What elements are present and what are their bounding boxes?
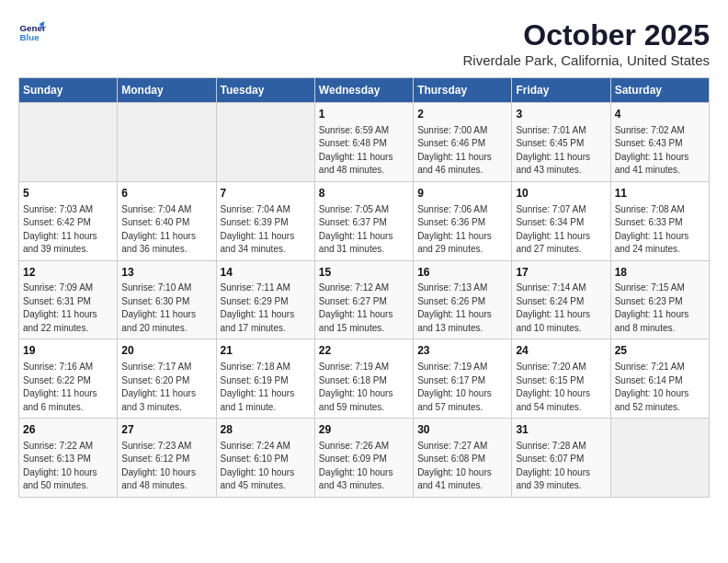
calendar-cell: 3Sunrise: 7:01 AM Sunset: 6:45 PM Daylig… — [512, 103, 610, 182]
day-info: Sunrise: 7:21 AM Sunset: 6:14 PM Dayligh… — [615, 361, 705, 414]
calendar-cell — [118, 103, 216, 182]
day-number: 31 — [516, 422, 606, 438]
day-number: 14 — [221, 265, 311, 281]
day-number: 18 — [615, 265, 705, 281]
month-title: October 2025 — [463, 18, 710, 52]
calendar-table: SundayMondayTuesdayWednesdayThursdayFrid… — [18, 77, 710, 498]
day-number: 19 — [23, 343, 113, 359]
day-info: Sunrise: 7:15 AM Sunset: 6:23 PM Dayligh… — [615, 282, 705, 335]
day-number: 4 — [615, 107, 705, 122]
logo: General Blue — [18, 18, 46, 46]
day-info: Sunrise: 7:06 AM Sunset: 6:36 PM Dayligh… — [417, 203, 507, 257]
day-number: 9 — [417, 186, 507, 201]
weekday-header-tuesday: Tuesday — [216, 78, 314, 103]
day-info: Sunrise: 7:09 AM Sunset: 6:31 PM Dayligh… — [23, 282, 113, 335]
calendar-cell — [610, 419, 709, 498]
calendar-cell: 22Sunrise: 7:19 AM Sunset: 6:18 PM Dayli… — [314, 339, 413, 419]
day-info: Sunrise: 7:03 AM Sunset: 6:42 PM Dayligh… — [23, 203, 113, 257]
header: General Blue October 2025 Riverdale Park… — [18, 18, 710, 68]
calendar-cell: 20Sunrise: 7:17 AM Sunset: 6:20 PM Dayli… — [118, 339, 216, 419]
day-number: 2 — [417, 107, 507, 122]
calendar-week-row: 19Sunrise: 7:16 AM Sunset: 6:22 PM Dayli… — [19, 339, 710, 419]
day-info: Sunrise: 7:07 AM Sunset: 6:34 PM Dayligh… — [516, 203, 606, 257]
day-number: 20 — [121, 343, 211, 359]
calendar-week-row: 5Sunrise: 7:03 AM Sunset: 6:42 PM Daylig… — [19, 181, 710, 260]
calendar-cell: 15Sunrise: 7:12 AM Sunset: 6:27 PM Dayli… — [314, 260, 413, 339]
calendar-week-row: 12Sunrise: 7:09 AM Sunset: 6:31 PM Dayli… — [19, 260, 710, 339]
day-number: 12 — [23, 265, 113, 281]
day-info: Sunrise: 7:10 AM Sunset: 6:30 PM Dayligh… — [121, 282, 211, 335]
day-info: Sunrise: 7:26 AM Sunset: 6:09 PM Dayligh… — [319, 440, 409, 493]
weekday-header-thursday: Thursday — [414, 78, 512, 103]
day-info: Sunrise: 7:04 AM Sunset: 6:40 PM Dayligh… — [121, 203, 211, 257]
day-number: 28 — [221, 422, 311, 438]
day-number: 11 — [615, 186, 705, 201]
day-info: Sunrise: 7:02 AM Sunset: 6:43 PM Dayligh… — [615, 124, 705, 178]
calendar-cell: 10Sunrise: 7:07 AM Sunset: 6:34 PM Dayli… — [512, 181, 610, 260]
calendar-cell: 11Sunrise: 7:08 AM Sunset: 6:33 PM Dayli… — [610, 181, 709, 260]
weekday-header-friday: Friday — [512, 78, 610, 103]
calendar-cell: 21Sunrise: 7:18 AM Sunset: 6:19 PM Dayli… — [216, 339, 314, 419]
day-number: 3 — [516, 107, 606, 122]
day-number: 22 — [319, 343, 409, 359]
calendar-cell: 17Sunrise: 7:14 AM Sunset: 6:24 PM Dayli… — [512, 260, 610, 339]
day-info: Sunrise: 7:12 AM Sunset: 6:27 PM Dayligh… — [319, 282, 409, 335]
day-number: 8 — [319, 186, 409, 201]
calendar-cell: 23Sunrise: 7:19 AM Sunset: 6:17 PM Dayli… — [414, 339, 512, 419]
day-number: 16 — [417, 265, 507, 281]
calendar-cell: 31Sunrise: 7:28 AM Sunset: 6:07 PM Dayli… — [512, 419, 610, 498]
calendar-cell: 18Sunrise: 7:15 AM Sunset: 6:23 PM Dayli… — [610, 260, 709, 339]
day-info: Sunrise: 7:20 AM Sunset: 6:15 PM Dayligh… — [516, 361, 606, 414]
weekday-header-sunday: Sunday — [19, 78, 118, 103]
svg-text:Blue: Blue — [20, 32, 40, 42]
calendar-cell: 19Sunrise: 7:16 AM Sunset: 6:22 PM Dayli… — [19, 339, 118, 419]
calendar-week-row: 26Sunrise: 7:22 AM Sunset: 6:13 PM Dayli… — [19, 419, 710, 498]
day-number: 10 — [516, 186, 606, 201]
calendar-cell: 4Sunrise: 7:02 AM Sunset: 6:43 PM Daylig… — [610, 103, 709, 182]
calendar-cell: 6Sunrise: 7:04 AM Sunset: 6:40 PM Daylig… — [118, 181, 216, 260]
calendar-cell: 14Sunrise: 7:11 AM Sunset: 6:29 PM Dayli… — [216, 260, 314, 339]
day-info: Sunrise: 7:28 AM Sunset: 6:07 PM Dayligh… — [516, 440, 606, 493]
day-info: Sunrise: 7:23 AM Sunset: 6:12 PM Dayligh… — [121, 440, 211, 493]
calendar-week-row: 1Sunrise: 6:59 AM Sunset: 6:48 PM Daylig… — [19, 103, 710, 182]
day-info: Sunrise: 7:18 AM Sunset: 6:19 PM Dayligh… — [221, 361, 311, 414]
calendar-cell — [19, 103, 118, 182]
day-number: 23 — [417, 343, 507, 359]
calendar-cell: 1Sunrise: 6:59 AM Sunset: 6:48 PM Daylig… — [314, 103, 413, 182]
day-info: Sunrise: 7:24 AM Sunset: 6:10 PM Dayligh… — [221, 440, 311, 493]
calendar-cell: 27Sunrise: 7:23 AM Sunset: 6:12 PM Dayli… — [118, 419, 216, 498]
calendar-cell: 12Sunrise: 7:09 AM Sunset: 6:31 PM Dayli… — [19, 260, 118, 339]
day-number: 21 — [221, 343, 311, 359]
weekday-header-wednesday: Wednesday — [314, 78, 413, 103]
day-number: 24 — [516, 343, 606, 359]
calendar-cell: 16Sunrise: 7:13 AM Sunset: 6:26 PM Dayli… — [414, 260, 512, 339]
day-info: Sunrise: 7:00 AM Sunset: 6:46 PM Dayligh… — [417, 124, 507, 178]
day-info: Sunrise: 7:19 AM Sunset: 6:17 PM Dayligh… — [417, 361, 507, 414]
location-title: Riverdale Park, California, United State… — [463, 52, 710, 68]
day-number: 25 — [615, 343, 705, 359]
day-info: Sunrise: 7:01 AM Sunset: 6:45 PM Dayligh… — [516, 124, 606, 178]
day-number: 7 — [221, 186, 311, 201]
calendar-cell: 29Sunrise: 7:26 AM Sunset: 6:09 PM Dayli… — [314, 419, 413, 498]
day-number: 17 — [516, 265, 606, 281]
day-number: 5 — [23, 186, 113, 201]
day-number: 13 — [121, 265, 211, 281]
weekday-header-saturday: Saturday — [610, 78, 709, 103]
day-info: Sunrise: 7:16 AM Sunset: 6:22 PM Dayligh… — [23, 361, 113, 414]
day-info: Sunrise: 7:27 AM Sunset: 6:08 PM Dayligh… — [417, 440, 507, 493]
calendar-cell: 7Sunrise: 7:04 AM Sunset: 6:39 PM Daylig… — [216, 181, 314, 260]
calendar-cell: 28Sunrise: 7:24 AM Sunset: 6:10 PM Dayli… — [216, 419, 314, 498]
calendar-cell: 25Sunrise: 7:21 AM Sunset: 6:14 PM Dayli… — [610, 339, 709, 419]
day-number: 6 — [121, 186, 211, 201]
day-info: Sunrise: 7:14 AM Sunset: 6:24 PM Dayligh… — [516, 282, 606, 335]
day-info: Sunrise: 7:05 AM Sunset: 6:37 PM Dayligh… — [319, 203, 409, 257]
day-number: 29 — [319, 422, 409, 438]
weekday-header-row: SundayMondayTuesdayWednesdayThursdayFrid… — [19, 78, 710, 103]
calendar-cell: 26Sunrise: 7:22 AM Sunset: 6:13 PM Dayli… — [19, 419, 118, 498]
day-info: Sunrise: 7:13 AM Sunset: 6:26 PM Dayligh… — [417, 282, 507, 335]
day-info: Sunrise: 7:08 AM Sunset: 6:33 PM Dayligh… — [615, 203, 705, 257]
day-number: 1 — [319, 107, 409, 122]
calendar-cell — [216, 103, 314, 182]
day-info: Sunrise: 6:59 AM Sunset: 6:48 PM Dayligh… — [319, 124, 409, 178]
calendar-cell: 5Sunrise: 7:03 AM Sunset: 6:42 PM Daylig… — [19, 181, 118, 260]
